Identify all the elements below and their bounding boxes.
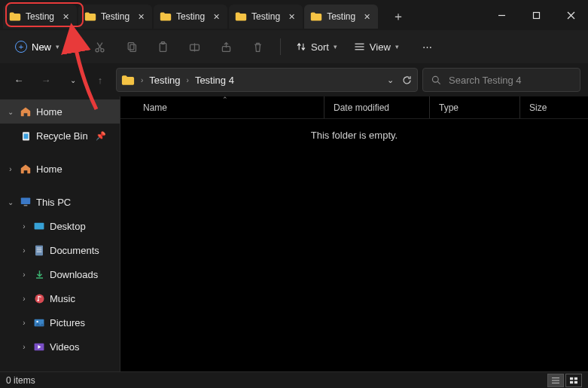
chevron-down-icon: ▾ <box>395 43 399 50</box>
tab-0[interactable]: Testing ✕ <box>3 5 77 29</box>
minimize-button[interactable] <box>484 0 519 30</box>
sidebar-item-desktop[interactable]: › Desktop <box>0 214 120 238</box>
column-size[interactable]: Size <box>519 96 588 118</box>
recycle-bin-icon <box>20 130 32 142</box>
tab-4[interactable]: Testing ✕ <box>304 5 378 29</box>
refresh-button[interactable] <box>401 75 413 86</box>
desktop-icon <box>33 220 45 232</box>
new-tab-button[interactable]: ＋ <box>387 5 410 28</box>
folder-icon <box>235 11 247 22</box>
chevron-right-icon[interactable]: › <box>141 76 143 84</box>
new-label: New <box>32 41 51 53</box>
search-placeholder: Search Testing 4 <box>449 75 522 86</box>
sidebar-item-recycle-bin[interactable]: Recycle Bin 📌 <box>0 124 120 148</box>
chevron-right-icon[interactable]: › <box>6 165 15 173</box>
rename-button[interactable] <box>181 33 208 60</box>
svg-point-4 <box>96 48 99 51</box>
svg-point-31 <box>37 299 38 301</box>
column-date[interactable]: Date modified <box>324 96 429 118</box>
svg-rect-23 <box>24 205 28 206</box>
tab-2[interactable]: Testing ✕ <box>154 5 227 29</box>
sidebar-item-documents[interactable]: › Documents <box>0 238 120 262</box>
chevron-right-icon[interactable]: › <box>20 295 29 303</box>
details-view-toggle[interactable] <box>547 374 564 387</box>
close-icon[interactable]: ✕ <box>209 10 223 23</box>
thumbnails-view-toggle[interactable] <box>565 374 582 387</box>
forward-button[interactable]: → <box>35 69 57 91</box>
sidebar-item-label: Home <box>36 106 62 118</box>
tab-strip: Testing ✕ Testing ✕ Testing ✕ Testing ✕ … <box>0 0 484 30</box>
sidebar-item-videos[interactable]: › Videos <box>0 335 120 359</box>
videos-icon <box>33 341 45 353</box>
svg-point-18 <box>432 76 438 82</box>
sidebar-item-this-pc[interactable]: ⌄ This PC <box>0 190 120 214</box>
search-input[interactable]: Search Testing 4 <box>422 68 580 92</box>
sidebar-item-home-2[interactable]: › Home <box>0 157 120 181</box>
chevron-right-icon[interactable]: › <box>187 76 189 84</box>
svg-rect-9 <box>129 44 136 51</box>
folder-icon <box>121 75 135 86</box>
up-button[interactable]: ↑ <box>89 69 111 91</box>
chevron-down-icon[interactable]: ⌄ <box>387 75 394 85</box>
paste-button[interactable] <box>149 33 176 60</box>
column-name[interactable]: Name ⌃ <box>120 96 324 118</box>
maximize-button[interactable] <box>519 0 553 30</box>
chevron-right-icon[interactable]: › <box>20 319 29 327</box>
tab-1[interactable]: Testing ✕ <box>78 5 152 29</box>
breadcrumb-item[interactable]: Testing 4 <box>195 75 234 86</box>
recent-locations-button[interactable]: ⌄ <box>62 69 84 91</box>
column-type[interactable]: Type <box>429 96 519 118</box>
back-button[interactable]: ← <box>8 69 30 91</box>
tab-label: Testing <box>101 11 129 22</box>
close-icon[interactable]: ✕ <box>285 10 298 23</box>
sort-button[interactable]: Sort ▾ <box>290 38 343 56</box>
folder-icon <box>310 11 322 22</box>
close-icon[interactable]: ✕ <box>134 10 148 23</box>
share-button[interactable] <box>212 33 239 60</box>
sidebar-item-label: This PC <box>36 197 71 208</box>
sidebar-item-music[interactable]: › Music <box>0 286 120 310</box>
svg-line-19 <box>437 81 440 84</box>
copy-button[interactable] <box>117 33 145 60</box>
chevron-down-icon[interactable]: ⌄ <box>6 108 15 116</box>
chevron-right-icon[interactable]: › <box>20 270 29 279</box>
svg-point-33 <box>36 320 38 322</box>
delete-button[interactable] <box>244 33 271 60</box>
tab-label: Testing <box>176 11 205 22</box>
documents-icon <box>33 244 45 256</box>
home-icon <box>20 105 32 118</box>
sort-indicator-icon: ⌃ <box>222 96 228 103</box>
chevron-down-icon[interactable]: ⌄ <box>6 198 15 206</box>
sidebar-item-label: Downloads <box>50 269 98 280</box>
close-button[interactable] <box>553 0 588 30</box>
more-button[interactable]: ⋯ <box>414 33 441 60</box>
tab-label: Testing <box>26 11 54 22</box>
plus-circle-icon: + <box>15 41 27 53</box>
column-headers: Name ⌃ Date modified Type Size <box>120 96 588 119</box>
chevron-down-icon: ▾ <box>56 43 59 50</box>
pictures-icon <box>33 316 45 328</box>
sidebar-item-home[interactable]: ⌄ Home <box>0 99 120 124</box>
search-icon <box>431 75 441 85</box>
svg-point-30 <box>35 294 44 303</box>
breadcrumb-item[interactable]: Testing <box>149 75 180 86</box>
view-button[interactable]: View ▾ <box>348 38 405 56</box>
svg-point-5 <box>100 48 103 51</box>
new-button[interactable]: + New ▾ <box>8 38 67 56</box>
address-bar[interactable]: › Testing › Testing 4 ⌄ <box>116 68 418 92</box>
tab-3[interactable]: Testing ✕ <box>229 5 303 29</box>
pin-icon: 📌 <box>96 131 106 141</box>
chevron-right-icon[interactable]: › <box>20 343 29 351</box>
close-icon[interactable]: ✕ <box>59 10 72 23</box>
sidebar-item-label: Pictures <box>50 317 85 328</box>
sort-icon <box>296 41 306 52</box>
sidebar-item-label: Recycle Bin <box>36 130 88 142</box>
chevron-right-icon[interactable]: › <box>20 222 29 231</box>
cut-button[interactable] <box>86 33 113 60</box>
chevron-right-icon[interactable]: › <box>20 246 29 255</box>
svg-rect-39 <box>574 377 577 379</box>
sidebar-item-downloads[interactable]: › Downloads <box>0 262 120 286</box>
sidebar-item-pictures[interactable]: › Pictures <box>0 310 120 335</box>
close-icon[interactable]: ✕ <box>360 10 373 23</box>
sidebar-item-label: Music <box>50 293 75 304</box>
